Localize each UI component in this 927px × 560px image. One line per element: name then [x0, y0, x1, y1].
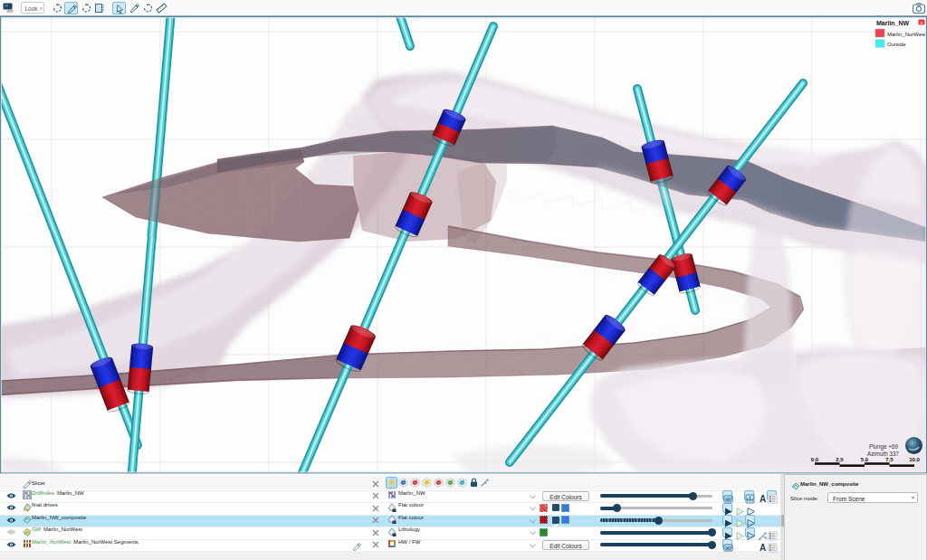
svg-text:3D: 3D: [725, 497, 731, 502]
svg-text:A: A: [760, 543, 766, 553]
svg-text:10.0: 10.0: [909, 457, 920, 462]
svg-text:Marlin_NorWest: Marlin_NorWest: [887, 32, 926, 37]
svg-text:Marlin_NW: Marlin_NW: [876, 20, 910, 26]
svg-text:A: A: [760, 494, 766, 504]
svg-text:5.0: 5.0: [861, 457, 869, 462]
svg-text:Azimuth 337: Azimuth 337: [867, 451, 899, 457]
svg-text:3D: 3D: [725, 546, 731, 551]
svg-text:Outside: Outside: [887, 42, 906, 47]
svg-text:7.5: 7.5: [885, 457, 894, 462]
svg-text:0.0: 0.0: [811, 457, 819, 462]
svg-text:2.5: 2.5: [836, 457, 844, 462]
